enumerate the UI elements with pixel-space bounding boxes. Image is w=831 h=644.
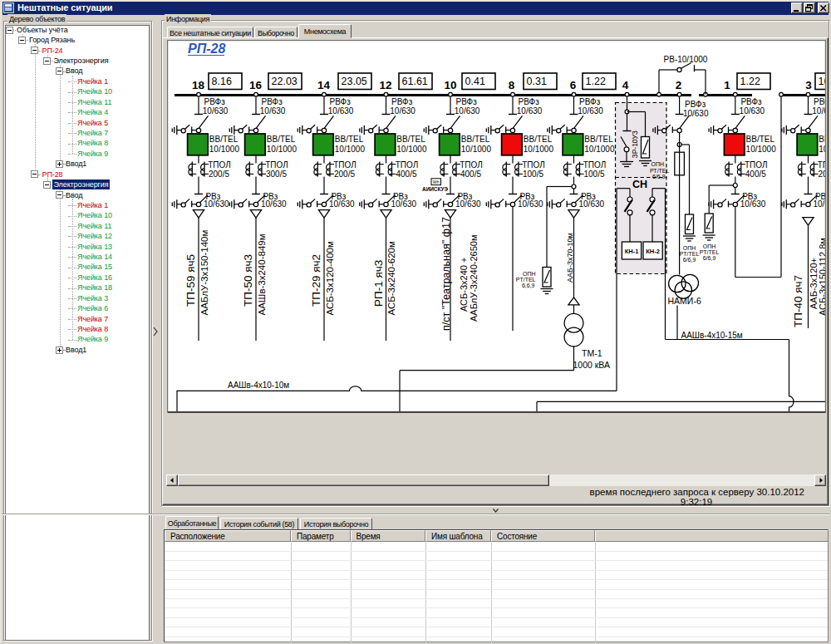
- svg-text:ТПОЛ: ТПОЛ: [460, 160, 483, 170]
- svg-text:1: 1: [724, 79, 730, 91]
- svg-text:6: 6: [570, 79, 577, 91]
- svg-text:400/5: 400/5: [745, 170, 766, 179]
- svg-text:8: 8: [509, 79, 515, 91]
- svg-text:100/5: 100/5: [584, 170, 605, 179]
- svg-text:РП-28: РП-28: [188, 42, 225, 56]
- svg-text:Wh: Wh: [433, 179, 440, 184]
- svg-text:PT/TEL: PT/TEL: [516, 277, 536, 283]
- svg-text:400/5: 400/5: [396, 170, 417, 179]
- svg-text:РВФз: РВФз: [579, 97, 601, 106]
- svg-text:ВВ/TEL: ВВ/TEL: [335, 135, 364, 144]
- svg-text:10/1000: 10/1000: [746, 145, 777, 154]
- svg-text:ТП-29 яч2: ТП-29 яч2: [310, 254, 322, 307]
- svg-text:РВФз: РВФз: [456, 97, 478, 106]
- svg-text:10/1000: 10/1000: [524, 145, 554, 154]
- svg-text:4: 4: [622, 79, 629, 91]
- svg-text:2: 2: [676, 79, 682, 91]
- svg-text:100/5: 100/5: [523, 170, 543, 179]
- svg-text:16: 16: [819, 76, 827, 87]
- svg-text:10/1000: 10/1000: [819, 145, 826, 154]
- svg-text:10/630: 10/630: [579, 199, 605, 209]
- svg-text:10/630: 10/630: [814, 199, 827, 209]
- svg-text:ТПОЛ: ТПОЛ: [208, 160, 231, 170]
- svg-text:ВВ/TEL: ВВ/TEL: [524, 135, 553, 144]
- svg-text:10/630: 10/630: [204, 199, 229, 209]
- svg-text:ТПОЛ: ТПОЛ: [583, 160, 607, 170]
- svg-text:РВФз: РВФз: [262, 97, 283, 106]
- svg-text:ТПОЛ: ТПОЛ: [265, 160, 288, 170]
- svg-text:ТМ-1: ТМ-1: [582, 348, 602, 358]
- svg-text:РВФз: РВФз: [519, 97, 540, 106]
- svg-text:200/5: 200/5: [209, 170, 229, 179]
- svg-text:61.61: 61.61: [402, 76, 428, 87]
- svg-text:РВФз: РВФз: [814, 97, 826, 106]
- svg-text:ВВ/TEL: ВВ/TEL: [584, 135, 613, 144]
- svg-text:10/630: 10/630: [517, 106, 543, 116]
- svg-text:23.05: 23.05: [342, 76, 367, 87]
- svg-text:НАМИ-6: НАМИ-6: [668, 296, 701, 306]
- svg-text:АСБ-3х240-620м: АСБ-3х240-620м: [386, 241, 396, 315]
- svg-text:3: 3: [805, 79, 812, 91]
- svg-text:РВФз: РВФз: [204, 97, 226, 106]
- svg-text:PT/TEL: PT/TEL: [680, 251, 700, 257]
- svg-text:ААБлУ-3х240-2650м: ААБлУ-3х240-2650м: [469, 234, 479, 322]
- svg-text:ААБлУ-3х150-140м: ААБлУ-3х150-140м: [199, 230, 209, 316]
- svg-text:6/6,9: 6/6,9: [703, 255, 716, 261]
- svg-text:10/630: 10/630: [261, 199, 287, 209]
- svg-text:10/1000: 10/1000: [396, 145, 427, 154]
- svg-text:ТП-40 яч7: ТП-40 яч7: [792, 275, 804, 327]
- svg-text:10/630: 10/630: [740, 106, 765, 116]
- svg-text:ВВ/TEL: ВВ/TEL: [396, 135, 425, 144]
- svg-text:ТПОЛ: ТПОЛ: [396, 160, 419, 170]
- svg-text:РВФз: РВФз: [330, 97, 352, 106]
- svg-text:ВВ/TEL: ВВ/TEL: [209, 135, 238, 144]
- svg-text:10/630: 10/630: [518, 199, 543, 209]
- svg-text:ААБ-3х70-10м: ААБ-3х70-10м: [566, 233, 574, 283]
- svg-text:ТПОЛ: ТПОЛ: [522, 160, 545, 170]
- svg-text:АСБ-3х120-400м: АСБ-3х120-400м: [325, 241, 335, 315]
- svg-text:10/630: 10/630: [391, 199, 417, 209]
- svg-text:10/630: 10/630: [812, 106, 826, 116]
- svg-text:10/630: 10/630: [455, 199, 481, 209]
- svg-text:ТПОЛ: ТПОЛ: [818, 160, 826, 170]
- svg-text:10/630: 10/630: [260, 106, 286, 116]
- svg-text:PT/TEL: PT/TEL: [700, 249, 720, 255]
- svg-text:10/630: 10/630: [328, 106, 354, 116]
- svg-text:ОПН: ОПН: [523, 271, 536, 277]
- svg-text:8.16: 8.16: [212, 76, 232, 87]
- svg-text:10/630: 10/630: [455, 106, 480, 116]
- svg-text:14: 14: [317, 79, 331, 91]
- svg-text:ВВ/TEL: ВВ/TEL: [746, 135, 775, 144]
- svg-text:6,6,9: 6,6,9: [522, 283, 535, 288]
- svg-text:10/630: 10/630: [578, 106, 603, 116]
- svg-text:РТ/TEL: РТ/TEL: [650, 168, 670, 174]
- svg-text:ТПОЛ: ТПОЛ: [745, 160, 768, 170]
- svg-text:АСБ-3х150-112,8м: АСБ-3х150-112,8м: [818, 238, 826, 316]
- svg-text:РВФз: РВФз: [391, 97, 413, 106]
- svg-text:ААБ-3х120+: ААБ-3х120+: [809, 258, 819, 309]
- svg-text:1000 кВА: 1000 кВА: [573, 360, 611, 370]
- svg-text:1.22: 1.22: [740, 76, 760, 87]
- svg-text:РВФз: РВФз: [685, 100, 706, 109]
- svg-text:СН: СН: [632, 179, 647, 190]
- svg-text:16: 16: [249, 79, 263, 91]
- svg-text:300/5: 300/5: [266, 170, 287, 179]
- svg-text:10/630: 10/630: [329, 199, 355, 209]
- svg-text:18: 18: [192, 79, 205, 91]
- svg-text:РВ-10/1000: РВ-10/1000: [664, 55, 708, 64]
- svg-text:10/1000: 10/1000: [267, 145, 297, 154]
- svg-text:10/1000: 10/1000: [335, 145, 366, 154]
- svg-text:6/6,9: 6/6,9: [683, 257, 696, 263]
- svg-text:п/ст "Театральная" ф17: п/ст "Театральная" ф17: [440, 217, 452, 331]
- svg-text:ВВ/TEL: ВВ/TEL: [819, 135, 826, 144]
- svg-text:10/1000: 10/1000: [461, 145, 492, 154]
- svg-text:ОПН: ОПН: [652, 161, 665, 167]
- svg-text:ААШв-4х10-15м: ААШв-4х10-15м: [681, 331, 743, 340]
- svg-text:АИИСКУЭ: АИИСКУЭ: [422, 186, 448, 192]
- svg-text:ВВ/TEL: ВВ/TEL: [461, 135, 490, 144]
- svg-text:ВВ/TEL: ВВ/TEL: [267, 135, 296, 144]
- svg-text:АСБ-3х240 +: АСБ-3х240 +: [459, 258, 469, 312]
- svg-text:0.31: 0.31: [527, 76, 547, 87]
- svg-text:РП-1 яч3: РП-1 яч3: [372, 260, 385, 307]
- svg-text:10/630: 10/630: [390, 106, 416, 116]
